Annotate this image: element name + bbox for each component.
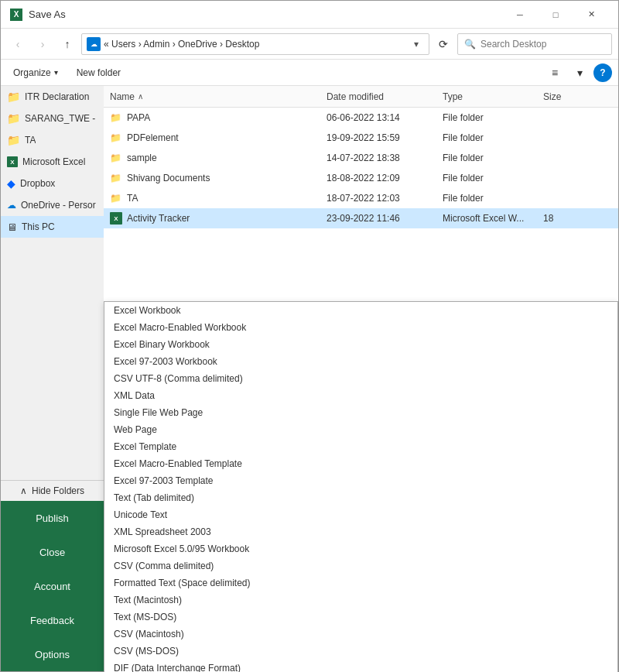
minimize-button[interactable]: ─ — [502, 3, 538, 26]
col-name-label: Name — [110, 91, 135, 102]
table-row[interactable]: 📁Shivang Documents18-08-2022 12:09File f… — [104, 168, 618, 188]
list-item[interactable]: CSV (Macintosh) — [104, 626, 617, 643]
list-item[interactable]: Excel Macro-Enabled Template — [104, 455, 617, 472]
publish-label: Publish — [36, 513, 69, 524]
sidebar-green-area: Publish Close Account Feedback Options — [1, 501, 104, 671]
organize-button[interactable]: Organize ▾ — [7, 63, 64, 82]
file-date: 18-08-2022 12:09 — [327, 173, 443, 183]
file-date: 06-06-2022 13:14 — [327, 112, 443, 123]
file-date: 14-07-2022 18:38 — [327, 153, 443, 163]
sidebar-item-thispc[interactable]: 🖥 This PC — [1, 216, 104, 238]
back-button[interactable]: ‹ — [7, 33, 29, 55]
list-item[interactable]: Excel Template — [104, 438, 617, 455]
file-name: sample — [124, 153, 327, 163]
table-row[interactable]: 📁PAPA06-06-2022 13:14File folder — [104, 108, 618, 128]
new-folder-button[interactable]: New folder — [70, 63, 127, 82]
list-item[interactable]: CSV (MS-DOS) — [104, 643, 617, 660]
view-dropdown-button[interactable]: ▾ — [569, 63, 590, 82]
title-bar-controls: ─ □ ✕ — [502, 3, 609, 26]
close-button[interactable]: ✕ — [573, 3, 609, 26]
col-header-name[interactable]: Name ∧ — [110, 91, 327, 102]
savetype-dropdown-list[interactable]: Excel WorkbookExcel Macro-Enabled Workbo… — [104, 301, 618, 672]
list-item[interactable]: Text (Tab delimited) — [104, 489, 617, 506]
list-item[interactable]: CSV (Comma delimited) — [104, 557, 617, 574]
sidebar-item-itr[interactable]: 📁 ITR Declaration — [1, 86, 104, 108]
sidebar-item-label: Dropbox — [20, 178, 55, 189]
sidebar-item-label: SARANG_TWE - — [25, 113, 95, 124]
list-item[interactable]: DIF (Data Interchange Format) — [104, 660, 617, 672]
col-header-size[interactable]: Size — [543, 91, 590, 102]
table-row[interactable]: 📁TA18-07-2022 12:03File folder — [104, 188, 618, 208]
sidebar-item-label: Microsoft Excel — [22, 156, 85, 167]
folder-icon: 📁 — [110, 153, 124, 163]
forward-button[interactable]: › — [32, 33, 53, 55]
list-item[interactable]: Excel Workbook — [104, 302, 617, 319]
feedback-button[interactable]: Feedback — [1, 603, 104, 637]
col-type-label: Type — [443, 91, 463, 102]
folder-icon: 📁 — [7, 91, 20, 103]
list-item[interactable]: Text (Macintosh) — [104, 591, 617, 609]
file-type: File folder — [443, 153, 543, 163]
file-type: File folder — [443, 193, 543, 204]
breadcrumb-bar[interactable]: ☁ « Users › Admin › OneDrive › Desktop ▾ — [81, 33, 429, 55]
options-button[interactable]: Options — [1, 637, 104, 671]
list-item[interactable]: CSV UTF-8 (Comma delimited) — [104, 370, 617, 387]
sidebar-item-ta[interactable]: 📁 TA — [1, 129, 104, 151]
sidebar-item-dropbox[interactable]: ◆ Dropbox — [1, 173, 104, 194]
table-row[interactable]: 📁PDFelement19-09-2022 15:59File folder — [104, 128, 618, 148]
col-header-date[interactable]: Date modified — [327, 91, 443, 102]
table-row[interactable]: XActivity Tracker23-09-2022 11:46Microso… — [104, 208, 618, 228]
list-item[interactable]: Unicode Text — [104, 506, 617, 523]
folder-icon: 📁 — [110, 132, 124, 143]
list-item[interactable]: Formatted Text (Space delimited) — [104, 574, 617, 591]
account-button[interactable]: Account — [1, 569, 104, 603]
list-item[interactable]: Excel 97-2003 Template — [104, 472, 617, 489]
list-item[interactable]: Text (MS-DOS) — [104, 609, 617, 626]
hide-folders-arrow-icon: ∧ — [20, 485, 27, 496]
file-date: 18-07-2022 12:03 — [327, 193, 443, 204]
folder-icon: 📁 — [7, 112, 20, 125]
search-icon: 🔍 — [464, 39, 476, 50]
folder-icon: 📁 — [110, 112, 124, 123]
list-item[interactable]: Web Page — [104, 421, 617, 438]
breadcrumb-icon: ☁ — [87, 37, 101, 51]
search-input[interactable] — [480, 39, 605, 50]
breadcrumb-dropdown-arrow[interactable]: ▾ — [409, 36, 424, 52]
publish-button[interactable]: Publish — [1, 501, 104, 535]
file-name: PDFelement — [124, 132, 327, 143]
list-item[interactable]: XML Spreadsheet 2003 — [104, 523, 617, 540]
list-item[interactable]: Excel Macro-Enabled Workbook — [104, 319, 617, 336]
col-header-type[interactable]: Type — [443, 91, 543, 102]
view-list-button[interactable]: ≡ — [544, 63, 566, 82]
new-folder-label: New folder — [77, 67, 121, 78]
sidebar-item-excel[interactable]: X Microsoft Excel — [1, 151, 104, 173]
list-item[interactable]: XML Data — [104, 387, 617, 404]
col-size-label: Size — [543, 91, 561, 102]
table-row[interactable]: 📁sample14-07-2022 18:38File folder — [104, 148, 618, 168]
refresh-button[interactable]: ⟳ — [433, 33, 454, 55]
sidebar-item-onedrive[interactable]: ☁ OneDrive - Persor — [1, 194, 104, 216]
list-item[interactable]: Microsoft Excel 5.0/95 Workbook — [104, 540, 617, 557]
sidebar-item-label: This PC — [22, 221, 55, 232]
sidebar-item-label: ITR Declaration — [25, 91, 89, 102]
file-name: Shivang Documents — [124, 173, 327, 183]
list-item[interactable]: Excel 97-2003 Workbook — [104, 353, 617, 370]
file-date: 23-09-2022 11:46 — [327, 213, 443, 224]
help-button[interactable]: ? — [593, 63, 612, 82]
file-type: File folder — [443, 112, 543, 123]
feedback-label: Feedback — [30, 615, 74, 626]
toolbar: Organize ▾ New folder ≡ ▾ ? — [1, 60, 618, 86]
hide-folders-label: Hide Folders — [32, 485, 84, 496]
sidebar-item-sarang[interactable]: 📁 SARANG_TWE - — [1, 108, 104, 129]
maximize-button[interactable]: □ — [538, 3, 573, 26]
file-size: 18 — [543, 213, 590, 224]
options-label: Options — [35, 649, 70, 660]
list-item[interactable]: Single File Web Page — [104, 404, 617, 421]
up-button[interactable]: ↑ — [56, 33, 78, 55]
close-button-sidebar[interactable]: Close — [1, 535, 104, 569]
organize-label: Organize — [13, 67, 51, 78]
col-date-label: Date modified — [327, 91, 384, 102]
hide-folders-button[interactable]: ∧ Hide Folders — [1, 480, 104, 501]
list-item[interactable]: Excel Binary Workbook — [104, 336, 617, 353]
file-name: Activity Tracker — [124, 213, 327, 224]
